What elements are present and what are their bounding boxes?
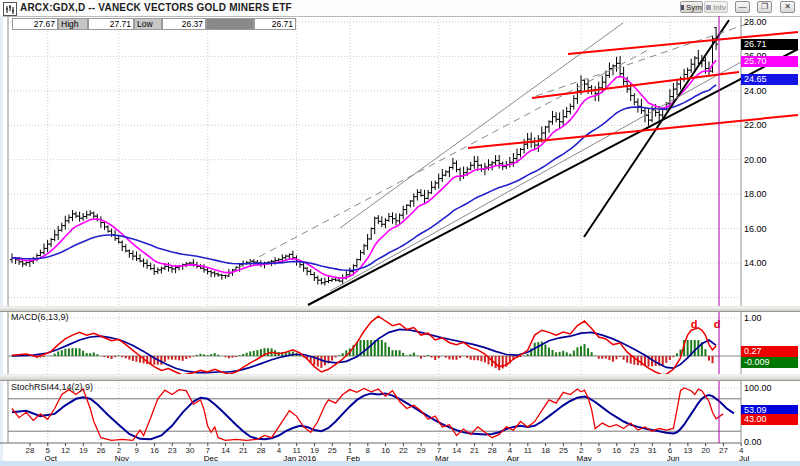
quote-info-bar: 27.67 High 27.71 Low 26.37 26.71	[12, 18, 296, 30]
high-value-box: 27.71	[88, 18, 134, 30]
gray-channel-bottom	[330, 62, 741, 291]
stochrsi-slow-line	[12, 393, 734, 439]
divergence-mark: d	[691, 318, 698, 330]
low-value-box: 26.37	[162, 18, 206, 30]
slow-moving-average	[12, 85, 716, 270]
primary-uptrend-line	[308, 49, 798, 305]
low-label-box: Low	[134, 18, 162, 30]
chart-canvas[interactable]: dd	[0, 0, 800, 466]
stoch-panel-label: StochRSI44,14(2),9)	[11, 382, 93, 392]
price-bars	[10, 27, 718, 286]
red-channel-mid	[532, 72, 739, 98]
last-value-box: 26.71	[254, 18, 296, 30]
chart-window: { "window": { "title": "ARCX:GDX,D -- VA…	[0, 0, 800, 466]
net-change-box	[206, 18, 254, 30]
panel-separator-stoch[interactable]	[0, 374, 800, 381]
red-channel-top	[568, 32, 798, 54]
macd-histogram	[12, 340, 716, 370]
macd-signal-line	[12, 329, 716, 372]
high-label-box: High	[58, 18, 88, 30]
macd-panel-label: MACD(6,13,9)	[11, 312, 69, 322]
bottom-margin-strip	[0, 461, 800, 466]
open-value-box: 27.67	[12, 18, 58, 30]
stochrsi-fast-line	[12, 388, 723, 440]
panel-separator-macd[interactable]	[0, 306, 800, 312]
